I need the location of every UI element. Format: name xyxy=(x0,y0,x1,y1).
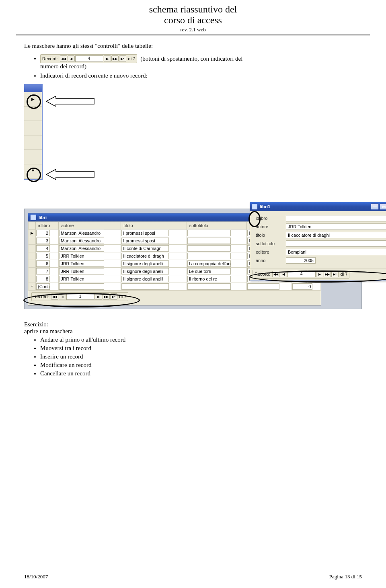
cell-titolo[interactable]: Il signore degli anelli xyxy=(121,268,169,275)
list-item: Andare al primo o all'ultimo record xyxy=(40,336,362,343)
cell-titolo[interactable]: I promessi sposi xyxy=(121,238,169,244)
cell-sottotitolo[interactable] xyxy=(187,283,231,290)
form-titlebar[interactable]: libri1 — ▭ ✕ xyxy=(250,202,386,211)
row-selector[interactable] xyxy=(29,245,36,252)
list-item: Modificare un record xyxy=(40,362,362,369)
row-selector[interactable] xyxy=(29,260,36,268)
row-selector[interactable]: ▶ xyxy=(29,229,36,237)
cell-sottotitolo[interactable]: Il ritorno del re xyxy=(187,276,231,282)
ds-nav-total: di 7 xyxy=(119,294,127,299)
col-autore[interactable]: autore xyxy=(59,222,121,229)
col-sottotitolo[interactable]: sottotitolo xyxy=(187,222,247,229)
form-label-idlibro: idlibro xyxy=(256,216,286,221)
row-selector[interactable] xyxy=(29,275,36,283)
cell-titolo[interactable]: I promessi sposi xyxy=(121,230,169,236)
cell-autore[interactable]: JRR Tolkien xyxy=(59,268,104,275)
nav-prev-icon[interactable]: ◀ xyxy=(68,55,75,62)
cell-autore[interactable]: JRR Tolkien xyxy=(59,260,104,267)
cell-autore[interactable]: Manzoni Alessandro xyxy=(59,230,104,236)
cell-titolo[interactable] xyxy=(121,283,169,290)
ds-nav-new-icon[interactable]: ▶* xyxy=(110,293,117,300)
cell-titolo[interactable]: Il signore degli anelli xyxy=(121,276,169,282)
cell-idlibro[interactable]: 2 xyxy=(36,230,50,236)
form-nav-total: di 7 xyxy=(341,272,348,277)
form-nav-first-icon[interactable]: ◀◀ xyxy=(272,271,279,277)
form-window-icon xyxy=(252,204,257,209)
form-input-titolo[interactable]: Il cacciatore di draghi xyxy=(286,232,386,238)
ds-nav-label: Record: xyxy=(33,294,49,299)
form-nav-new-icon[interactable]: ▶* xyxy=(331,271,339,277)
screenshot-area: libri idlibro autore titolo sottotitolo … xyxy=(24,209,362,309)
form-input-sottotitolo[interactable] xyxy=(286,240,386,247)
row-selector[interactable] xyxy=(29,252,36,260)
cell-titolo[interactable]: Il signore degli anelli xyxy=(121,260,169,267)
form-input-editore[interactable]: Bompiani xyxy=(286,249,386,255)
cell-sottotitolo[interactable] xyxy=(187,245,231,252)
form-navigator: Record: ◀◀ ◀ 4 ▶ ▶▶ ▶* di 7 xyxy=(253,270,349,279)
cell-sottotitolo[interactable]: La compagnia dell'an xyxy=(187,260,231,267)
ds-nav-last-icon[interactable]: ▶▶ xyxy=(103,293,110,300)
ds-nav-first-icon[interactable]: ◀◀ xyxy=(51,293,58,300)
bullet1-tail: (bottoni di spostamento, con indicatori … xyxy=(140,55,242,62)
datasheet-window-icon xyxy=(31,215,36,220)
row-selector[interactable]: * xyxy=(29,283,36,291)
cell-sottotitolo[interactable] xyxy=(187,230,231,236)
cell-idlibro[interactable]: 7 xyxy=(36,268,50,275)
table-row[interactable]: *(Contatore)0 xyxy=(29,283,321,291)
cell-idlibro[interactable]: 4 xyxy=(36,245,50,252)
cell-idlibro[interactable]: (Contatore) xyxy=(36,283,50,290)
row-selector[interactable] xyxy=(29,268,36,275)
nav-first-icon[interactable]: ◀◀ xyxy=(60,55,67,62)
form-title: libri1 xyxy=(260,204,270,209)
cell-editore[interactable] xyxy=(247,283,279,290)
col-titolo[interactable]: titolo xyxy=(121,222,187,229)
cell-sottotitolo[interactable]: Le due torri xyxy=(187,268,231,275)
nav-next-icon[interactable]: ▶ xyxy=(104,55,111,62)
navigator-label: Record: xyxy=(42,56,58,61)
form-nav-last-icon[interactable]: ▶▶ xyxy=(324,271,331,277)
minimize-button[interactable]: — xyxy=(371,203,379,210)
cell-idlibro[interactable]: 8 xyxy=(36,276,50,282)
form-input-anno[interactable]: 2005 xyxy=(286,257,316,264)
ds-nav-next-icon[interactable]: ▶ xyxy=(95,293,102,300)
nav-last-icon[interactable]: ▶▶ xyxy=(111,55,119,62)
header-title-1: schema riassuntivo del xyxy=(16,4,370,15)
current-record-indicator[interactable] xyxy=(24,92,42,107)
list-item: Cancellare un record xyxy=(40,370,362,377)
header-revision: rev. 2.1 web xyxy=(16,27,370,33)
form-input-autore[interactable]: JRR Tolkien xyxy=(286,223,386,230)
cell-autore[interactable]: Manzoni Alessandro xyxy=(59,238,104,244)
maximize-button[interactable]: ▭ xyxy=(380,203,386,210)
ds-nav-current[interactable]: 1 xyxy=(66,293,94,300)
form-window: libri1 — ▭ ✕ idlibro 5 autore JRR Tolkie… xyxy=(250,202,386,281)
cell-autore[interactable]: JRR Tolkien xyxy=(59,276,104,282)
cell-autore[interactable] xyxy=(59,283,104,290)
cell-idlibro[interactable]: 6 xyxy=(36,260,50,267)
cell-idlibro[interactable]: 3 xyxy=(36,238,50,244)
form-nav-prev-icon[interactable]: ◀ xyxy=(280,271,287,277)
footer-date: 18/10/2007 xyxy=(24,574,48,580)
form-nav-current[interactable]: 4 xyxy=(287,271,316,277)
nav-new-icon[interactable]: ▶* xyxy=(119,55,126,62)
exercise-sub: aprire una maschera xyxy=(24,328,362,335)
navigator-example: Record: ◀◀ ◀ 4 ▶ ▶▶ ▶* di 7 xyxy=(40,54,137,63)
cell-idlibro[interactable]: 5 xyxy=(36,253,50,259)
exercise-heading: Esercizio: xyxy=(24,321,362,328)
cell-anno[interactable]: 0 xyxy=(292,283,312,290)
cell-titolo[interactable]: Il conte di Carmagn xyxy=(121,245,169,252)
cell-autore[interactable]: Manzoni Alessandro xyxy=(59,245,104,252)
bullet-navigation: Record: ◀◀ ◀ 4 ▶ ▶▶ ▶* di 7 (bottoni di … xyxy=(40,54,362,70)
cell-sottotitolo[interactable] xyxy=(187,253,231,259)
form-input-idlibro[interactable]: 5 xyxy=(286,215,386,221)
col-idlibro[interactable]: idlibro xyxy=(36,222,59,229)
ds-nav-prev-icon[interactable]: ◀ xyxy=(59,293,66,300)
row-selector[interactable] xyxy=(29,237,36,245)
form-nav-next-icon[interactable]: ▶ xyxy=(316,271,323,277)
cell-autore[interactable]: JRR Tolkien xyxy=(59,253,104,259)
nav-current-input[interactable]: 4 xyxy=(75,55,103,62)
cell-sottotitolo[interactable] xyxy=(187,238,231,244)
cell-titolo[interactable]: Il cacciatore di dragh xyxy=(121,253,169,259)
page-footer: 18/10/2007 Pagina 13 di 15 xyxy=(0,574,386,580)
footer-page: Pagina 13 di 15 xyxy=(329,574,362,580)
new-record-indicator[interactable] xyxy=(24,164,42,179)
